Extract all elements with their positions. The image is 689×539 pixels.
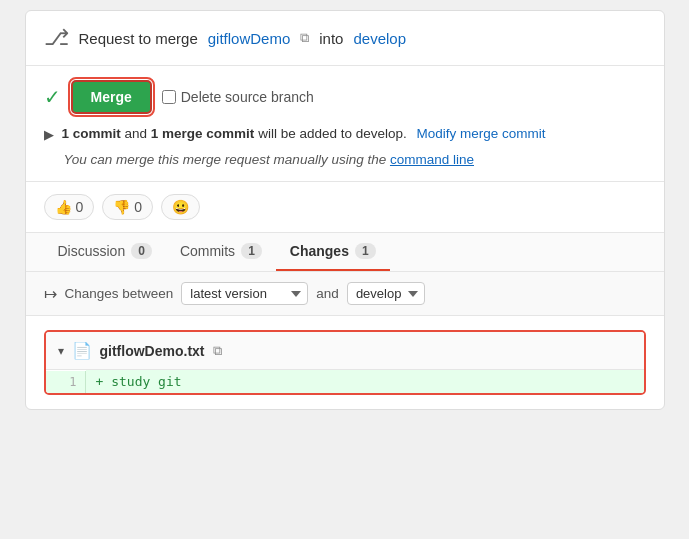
emoji-icon: 😀 xyxy=(172,199,189,215)
diff-line: 1 + study git xyxy=(46,370,644,393)
tab-changes-label: Changes xyxy=(290,243,349,259)
changes-arrow-icon: ↦ xyxy=(44,284,57,303)
modify-merge-link[interactable]: Modify merge commit xyxy=(417,126,546,141)
thumbs-up-button[interactable]: 👍 0 xyxy=(44,194,95,220)
delete-branch-text: Delete source branch xyxy=(181,89,314,105)
tab-discussion-label: Discussion xyxy=(58,243,126,259)
tab-discussion-badge: 0 xyxy=(131,243,152,259)
thumbs-down-button[interactable]: 👎 0 xyxy=(102,194,153,220)
diff-added-content: + study git xyxy=(96,374,182,389)
reactions: 👍 0 👎 0 😀 xyxy=(26,182,664,233)
file-icon: 📄 xyxy=(72,341,92,360)
changes-toolbar: ↦ Changes between latest version previou… xyxy=(26,272,664,316)
tab-commits-label: Commits xyxy=(180,243,235,259)
target-branch-link[interactable]: develop xyxy=(353,30,406,47)
thumbs-down-icon: 👎 xyxy=(113,199,130,215)
expand-chevron[interactable]: ▶ xyxy=(44,127,54,142)
delete-branch-checkbox[interactable] xyxy=(162,90,176,104)
diff-line-number: 1 xyxy=(46,371,86,393)
added-to-text: will be added to develop. xyxy=(258,126,410,141)
header-prefix: Request to merge xyxy=(79,30,198,47)
source-branch-link[interactable]: gitflowDemo xyxy=(208,30,291,47)
manual-text: You can merge this merge request manuall… xyxy=(64,152,387,167)
commit-info: ▶ 1 commit and 1 merge commit will be ad… xyxy=(44,126,646,142)
version-select[interactable]: latest version previous version xyxy=(181,282,308,305)
merge-header: ⎇ Request to merge gitflowDemo ⧉ into de… xyxy=(26,11,664,66)
tab-changes[interactable]: Changes 1 xyxy=(276,233,390,271)
diff-line-content: + study git xyxy=(86,370,644,393)
delete-branch-label[interactable]: Delete source branch xyxy=(162,89,314,105)
merge-icon: ⎇ xyxy=(44,25,69,51)
merge-commit-text: 1 merge commit xyxy=(151,126,255,141)
tab-commits-badge: 1 xyxy=(241,243,262,259)
thumbs-up-icon: 👍 xyxy=(55,199,72,215)
copy-icon-header[interactable]: ⧉ xyxy=(300,30,309,46)
diff-section: ▾ 📄 gitflowDemo.txt ⧉ 1 + study git xyxy=(44,330,646,395)
branch-select[interactable]: develop main xyxy=(347,282,425,305)
changes-between-label: Changes between xyxy=(65,286,174,301)
tab-discussion[interactable]: Discussion 0 xyxy=(44,233,166,271)
diff-file-header: ▾ 📄 gitflowDemo.txt ⧉ xyxy=(46,332,644,370)
command-line-link[interactable]: command line xyxy=(390,152,474,167)
diff-filename: gitflowDemo.txt xyxy=(100,343,205,359)
tab-changes-badge: 1 xyxy=(355,243,376,259)
manual-merge: You can merge this merge request manuall… xyxy=(44,152,646,167)
merge-row: ✓ Merge Delete source branch xyxy=(44,80,646,114)
merge-action: ✓ Merge Delete source branch ▶ 1 commit … xyxy=(26,66,664,182)
collapse-chevron[interactable]: ▾ xyxy=(58,344,64,358)
and-text: and xyxy=(125,126,151,141)
commit-count: 1 commit xyxy=(62,126,121,141)
copy-filename-icon[interactable]: ⧉ xyxy=(213,343,222,359)
main-container: ⎇ Request to merge gitflowDemo ⧉ into de… xyxy=(25,10,665,410)
emoji-button[interactable]: 😀 xyxy=(161,194,200,220)
check-icon: ✓ xyxy=(44,85,61,109)
into-text: into xyxy=(319,30,343,47)
tabs-bar: Discussion 0 Commits 1 Changes 1 xyxy=(26,233,664,272)
thumbs-down-count: 0 xyxy=(134,199,142,215)
merge-button[interactable]: Merge xyxy=(71,80,152,114)
thumbs-up-count: 0 xyxy=(76,199,84,215)
tab-commits[interactable]: Commits 1 xyxy=(166,233,276,271)
and-label: and xyxy=(316,286,339,301)
